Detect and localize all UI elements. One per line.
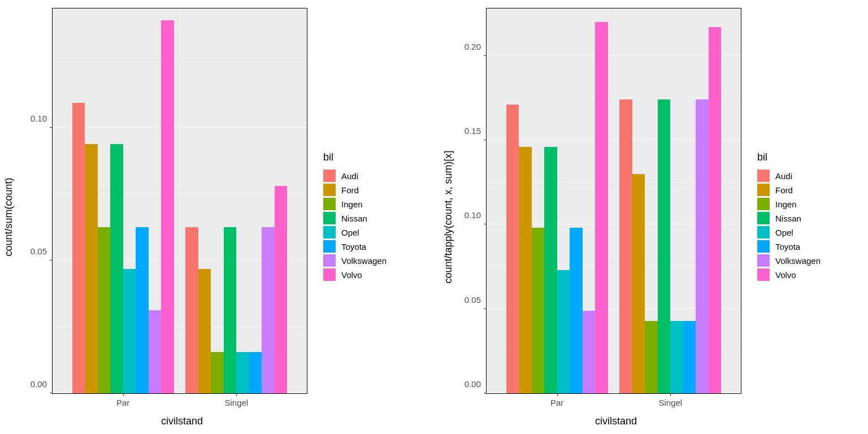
legend-label: Nissan: [341, 214, 367, 223]
legend-swatch: [323, 198, 336, 210]
legend-label: Audi: [775, 171, 792, 181]
bar: [185, 227, 198, 393]
legend-swatch: [323, 240, 336, 253]
legend-item: Nissan: [757, 212, 863, 224]
plot-area-right: 0.000.050.100.150.20ParSingel: [486, 8, 741, 394]
legend-item: Opel: [323, 226, 429, 238]
legend-swatch: [757, 240, 770, 253]
legend-item: Ford: [757, 184, 863, 196]
legend-item: Toyota: [323, 240, 429, 253]
legend-swatch: [757, 226, 770, 238]
legend-label: Ingen: [341, 199, 363, 209]
y-tick-label: 0.00: [465, 379, 487, 389]
bar: [249, 352, 262, 393]
legend-label: Ingen: [775, 199, 797, 209]
bar: [519, 147, 532, 393]
legend-swatch: [757, 198, 770, 210]
bar: [198, 269, 211, 393]
legend-label: Volkswagen: [341, 256, 387, 266]
bar: [236, 352, 249, 393]
bar: [149, 310, 162, 393]
legend-swatch: [323, 268, 336, 281]
legend-right: bil AudiFordIngenNissanOpelToyotaVolkswa…: [750, 0, 868, 434]
bar: [709, 27, 722, 393]
bar: [595, 22, 608, 393]
legend-swatch: [323, 212, 336, 224]
bar: [136, 227, 149, 393]
legend-item: Audi: [323, 170, 429, 182]
y-tick-label: 0.10: [31, 114, 53, 123]
legend-item: Audi: [757, 170, 863, 182]
y-tick-label: 0.05: [465, 294, 487, 304]
legend-label: Ford: [775, 185, 793, 195]
bar: [211, 352, 224, 393]
bar: [532, 228, 545, 393]
legend-label: Toyota: [341, 242, 366, 251]
legend-label: Ford: [341, 185, 359, 195]
legend-item: Volkswagen: [323, 254, 429, 267]
bar: [619, 99, 632, 393]
y-tick-label: 0.00: [31, 379, 53, 389]
legend-item: Nissan: [323, 212, 429, 224]
bar: [506, 105, 519, 393]
bar: [262, 227, 275, 393]
legend-swatch: [323, 170, 336, 182]
y-axis-title: count/sum(count): [3, 177, 15, 256]
plot-wrap-left: count/sum(count) 0.000.050.10ParSingel c…: [0, 0, 316, 434]
bar: [632, 174, 645, 393]
legend-item: Ingen: [323, 198, 429, 210]
legend-swatch: [757, 268, 770, 281]
legend-item: Opel: [757, 226, 863, 238]
bar: [557, 270, 570, 393]
bar: [544, 147, 557, 393]
legend-title: bil: [323, 151, 429, 163]
figure: count/sum(count) 0.000.050.10ParSingel c…: [0, 0, 868, 434]
bar: [696, 99, 709, 393]
bar: [72, 103, 85, 393]
bar: [224, 227, 237, 393]
legend-item: Toyota: [757, 240, 863, 253]
y-tick-label: 0.20: [465, 41, 487, 51]
bar: [570, 228, 583, 393]
bar: [658, 99, 671, 393]
legend-left: bil AudiFordIngenNissanOpelToyotaVolkswa…: [316, 0, 434, 434]
legend-swatch: [323, 226, 336, 238]
bar: [123, 269, 136, 393]
bar: [98, 227, 111, 393]
bar: [645, 321, 658, 393]
bar: [161, 20, 174, 393]
legend-label: Toyota: [775, 242, 800, 251]
legend-label: Opel: [775, 228, 793, 237]
x-axis-title: civilstand: [52, 414, 312, 432]
legend-item: Ingen: [757, 198, 863, 210]
legend-swatch: [323, 254, 336, 267]
bar: [275, 186, 288, 393]
legend-item: Volkswagen: [757, 254, 863, 267]
bar: [683, 321, 696, 393]
legend-swatch: [757, 212, 770, 224]
plot-wrap-right: count/tapply(count, x, sum)[x] 0.000.050…: [434, 0, 750, 434]
y-tick-label: 0.05: [31, 246, 53, 256]
bar: [670, 321, 683, 393]
legend-swatch: [757, 254, 770, 267]
legend-swatch: [757, 184, 770, 196]
legend-label: Volkswagen: [775, 256, 821, 266]
y-axis-title: count/tapply(count, x, sum)[x]: [442, 150, 454, 283]
chart-panel-left: count/sum(count) 0.000.050.10ParSingel c…: [0, 0, 434, 434]
legend-item: Volvo: [323, 268, 429, 281]
legend-swatch: [757, 170, 770, 182]
legend-title: bil: [757, 151, 863, 163]
bar: [110, 144, 123, 393]
legend-label: Volvo: [341, 270, 362, 280]
chart-panel-right: count/tapply(count, x, sum)[x] 0.000.050…: [434, 0, 868, 434]
plot-area-left: 0.000.050.10ParSingel: [52, 8, 307, 394]
legend-item: Volvo: [757, 268, 863, 281]
legend-label: Nissan: [775, 214, 801, 223]
legend-label: Opel: [341, 228, 359, 237]
bar: [583, 311, 596, 393]
legend-item: Ford: [323, 184, 429, 196]
x-axis-title: civilstand: [486, 414, 746, 432]
y-tick-label: 0.10: [465, 210, 487, 220]
y-tick-label: 0.15: [465, 125, 487, 135]
legend-swatch: [323, 184, 336, 196]
